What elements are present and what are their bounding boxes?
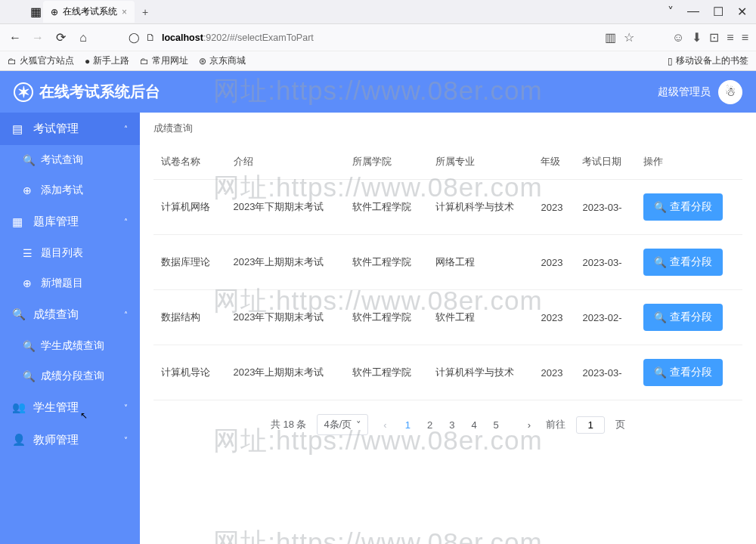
tab-title: 在线考试系统 [63,5,117,18]
dashboard-icon: ▦ [12,216,27,228]
col-date: 考试日期 [575,144,636,180]
col-intro: 介绍 [226,144,345,180]
search-icon: 🔍 [12,308,27,321]
sidebar-group-student[interactable]: 👥学生管理˅ [0,391,140,424]
account-icon[interactable]: ☺ [672,31,684,45]
col-college: 所属学院 [345,144,428,180]
search-icon: 🔍 [654,256,667,268]
user-icon: 👤 [12,434,27,447]
sidebar-item-add-exam[interactable]: ⊕添加考试 [0,175,140,206]
minimize-icon[interactable]: — [687,5,699,19]
chevron-up-icon: ˄ [124,311,128,319]
col-grade: 年级 [533,144,575,180]
sidebar-item-exam-query[interactable]: 🔍考试查询 [0,145,140,175]
pinned-tab-icon[interactable]: ▦ [30,5,42,19]
search-icon: 🔍 [23,370,36,382]
next-page[interactable]: › [523,419,535,431]
chevron-up-icon: ˄ [124,125,128,133]
sidebar-item-score-segment[interactable]: 🔍成绩分段查询 [0,361,140,391]
app-title: 在线考试系统后台 [39,82,160,102]
page-number[interactable]: 4 [468,419,479,431]
bookmark-item[interactable]: ⊛ 京东商城 [199,54,246,67]
sidebar-group-exam[interactable]: ▤考试管理˄ [0,113,140,145]
search-icon: 🔍 [23,154,36,166]
jump-suffix: 页 [615,418,625,431]
view-segment-button[interactable]: 🔍 查看分段 [643,359,723,386]
jump-input[interactable] [576,416,605,434]
chevron-down-icon[interactable]: ˅ [668,5,674,19]
view-segment-button[interactable]: 🔍 查看分段 [643,193,723,221]
user-role: 超级管理员 [658,85,711,99]
lock-icon: 🗋 [146,32,156,43]
bookmark-item[interactable]: 🗀 火狐官方站点 [8,54,74,67]
search-icon: 🔍 [654,201,667,213]
mobile-bookmarks[interactable]: ▯ 移动设备上的书签 [668,54,748,67]
avatar[interactable]: ☃ [718,80,742,104]
list-icon: ☰ [23,247,36,259]
chevron-down-icon: ˅ [356,419,361,431]
back-button[interactable]: ← [8,31,23,45]
pagination: 共 18 条 4条/页 ˅ ‹ 12345 › 前往 页 [140,400,756,449]
page-number[interactable]: 2 [424,419,435,431]
breadcrumb: 成绩查询 [140,113,756,144]
page-number[interactable]: 3 [446,419,457,431]
extensions-icon[interactable]: ⊡ [709,30,719,45]
close-icon[interactable]: × [122,7,127,17]
address-bar[interactable]: ◯ 🗋 localhost:9202/#/selectExamToPart [98,32,597,43]
view-segment-button[interactable]: 🔍 查看分段 [643,304,723,331]
page-size-select[interactable]: 4条/页 ˅ [317,414,368,435]
chevron-down-icon: ˅ [124,403,128,412]
browser-toolbar: ← → ⟳ ⌂ ◯ 🗋 localhost:9202/#/selectExamT… [0,24,756,51]
bookmark-item[interactable]: 🗀 常用网址 [140,54,188,67]
gear-icon: ✶ [14,82,33,102]
maximize-icon[interactable]: ☐ [713,5,723,19]
page-number[interactable]: 1 [402,419,414,431]
browser-tab[interactable]: ⊕ 在线考试系统 × [43,1,135,23]
jump-label: 前往 [546,418,565,431]
col-major: 所属专业 [428,144,533,180]
users-icon: 👥 [12,401,27,414]
close-window-icon[interactable]: ✕ [737,5,747,19]
chevron-up-icon: ˄ [124,218,128,226]
view-segment-button[interactable]: 🔍 查看分段 [643,249,723,276]
page-number[interactable]: 5 [491,419,502,431]
sidebar-group-score[interactable]: 🔍成绩查询˄ [0,298,140,331]
shield-icon: ◯ [129,32,140,43]
search-icon: 🔍 [23,340,36,352]
sidebar-item-question-list[interactable]: ☰题目列表 [0,238,140,268]
browser-tab-strip: ▦ ⊕ 在线考试系统 × + ˅ — ☐ ✕ [0,0,756,24]
sidebar-item-student-score[interactable]: 🔍学生成绩查询 [0,331,140,361]
table-row: 数据结构2023年下期期末考试软件工程学院软件工程20232023-02-🔍 查… [153,290,742,345]
new-tab-button[interactable]: + [142,6,148,18]
menu-icon[interactable]: ≡ [742,31,748,45]
bookmark-item[interactable]: ● 新手上路 [85,54,129,67]
table-row: 计算机网络2023年下期期末考试软件工程学院计算机科学与技术20232023-0… [153,180,742,235]
plus-icon: ⊕ [23,277,36,289]
app-header: ✶ 在线考试系统后台 超级管理员 ☃ [0,71,756,113]
search-icon: 🔍 [654,366,667,379]
chevron-down-icon: ˅ [124,436,128,444]
prev-page[interactable]: ‹ [379,419,391,431]
table-row: 数据库理论2023年上期期末考试软件工程学院网络工程20232023-03-🔍 … [153,235,742,290]
plus-icon: ⊕ [23,184,36,196]
tab-favicon: ⊕ [51,7,58,17]
total-count: 共 18 条 [271,418,307,431]
home-button[interactable]: ⌂ [76,31,91,45]
sidebar-group-teacher[interactable]: 👤教师管理˅ [0,424,140,456]
clipboard-icon: ▤ [12,123,27,135]
reader-icon[interactable]: ▥ [605,30,616,45]
sidebar-item-add-question[interactable]: ⊕新增题目 [0,268,140,298]
col-action: 操作 [636,144,742,180]
forward-button[interactable]: → [30,31,45,45]
search-icon: 🔍 [654,311,667,323]
exam-table: 试卷名称 介绍 所属学院 所属专业 年级 考试日期 操作 计算机网络2023年下… [153,144,742,400]
reload-button[interactable]: ⟳ [53,30,68,45]
bookmarks-bar: 🗀 火狐官方站点 ● 新手上路 🗀 常用网址 ⊛ 京东商城 ▯ 移动设备上的书签 [0,51,756,71]
sidebar-group-bank[interactable]: ▦题库管理˄ [0,206,140,238]
sidebar: ▤考试管理˄ 🔍考试查询 ⊕添加考试 ▦题库管理˄ ☰题目列表 ⊕新增题目 🔍成… [0,113,140,544]
library-icon[interactable]: ≡ [727,31,733,45]
bookmark-star-icon[interactable]: ☆ [624,30,634,45]
url-host: localhost [162,32,203,43]
table-row: 计算机导论2023年上期期末考试软件工程学院计算机科学与技术20232023-0… [153,345,742,400]
download-icon[interactable]: ⬇ [692,30,702,45]
